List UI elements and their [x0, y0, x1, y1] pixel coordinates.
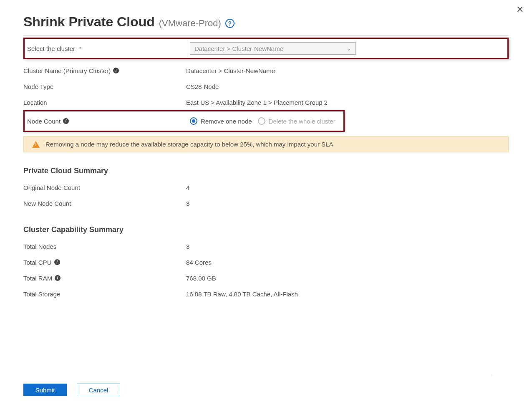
divider: [23, 35, 509, 36]
select-cluster-highlight: Select the cluster * Datacenter > Cluste…: [23, 38, 509, 59]
total-nodes-label: Total Nodes: [23, 243, 186, 250]
total-nodes-value: 3: [186, 243, 189, 250]
close-icon[interactable]: ✕: [516, 5, 524, 14]
summary-title: Private Cloud Summary: [23, 167, 509, 175]
location-label: Location: [23, 99, 186, 106]
cluster-select[interactable]: Datacenter > Cluster-NewName ⌄: [190, 42, 356, 55]
page-title: Shrink Private Cloud: [23, 14, 155, 30]
radio-delete-cluster[interactable]: Delete the whole cluster: [258, 117, 335, 125]
info-icon[interactable]: i: [113, 68, 119, 73]
total-storage-value: 16.88 TB Raw, 4.80 TB Cache, All-Flash: [186, 291, 298, 298]
page-header: Shrink Private Cloud (VMware-Prod) ?: [23, 14, 509, 30]
radio-remove-label: Remove one node: [201, 118, 252, 125]
required-indicator: *: [79, 45, 82, 52]
location-value: East US > Availability Zone 1 > Placemen…: [186, 99, 328, 106]
new-node-count-label: New Node Count: [23, 200, 186, 207]
total-storage-label: Total Storage: [23, 291, 186, 298]
node-type-label: Node Type: [23, 83, 186, 90]
page-context: (VMware-Prod): [159, 18, 221, 29]
cluster-name-label: Cluster Name (Primary Cluster): [23, 67, 111, 74]
new-node-count-value: 3: [186, 200, 189, 207]
footer-divider: [23, 375, 492, 375]
info-icon[interactable]: i: [55, 275, 61, 281]
total-ram-label: Total RAM: [23, 275, 52, 282]
help-icon[interactable]: ?: [225, 19, 234, 28]
total-cpu-label: Total CPU: [23, 259, 52, 266]
chevron-down-icon: ⌄: [346, 45, 351, 52]
total-ram-value: 768.00 GB: [186, 275, 216, 282]
warning-banner: Removing a node may reduce the available…: [23, 136, 509, 152]
radio-delete-label: Delete the whole cluster: [269, 118, 335, 125]
total-cpu-value: 84 Cores: [186, 259, 212, 266]
node-count-label: Node Count: [27, 118, 61, 125]
radio-remove-one-node[interactable]: Remove one node: [190, 117, 252, 125]
select-cluster-label: Select the cluster: [27, 45, 75, 52]
node-type-value: CS28-Node: [186, 83, 219, 90]
warning-text: Removing a node may reduce the available…: [45, 141, 333, 148]
cluster-select-value: Datacenter > Cluster-NewName: [194, 45, 283, 52]
node-count-highlight: Node Count i Remove one node Delete the …: [23, 110, 345, 132]
warning-icon: [32, 141, 40, 148]
cluster-name-value: Datacenter > Cluster-NewName: [186, 67, 275, 74]
original-node-count-label: Original Node Count: [23, 184, 186, 191]
info-icon[interactable]: i: [54, 259, 60, 265]
capability-title: Cluster Capability Summary: [23, 225, 509, 234]
cancel-button[interactable]: Cancel: [77, 384, 120, 396]
original-node-count-value: 4: [186, 184, 189, 191]
submit-button[interactable]: Submit: [23, 384, 67, 396]
info-icon[interactable]: i: [63, 118, 69, 124]
